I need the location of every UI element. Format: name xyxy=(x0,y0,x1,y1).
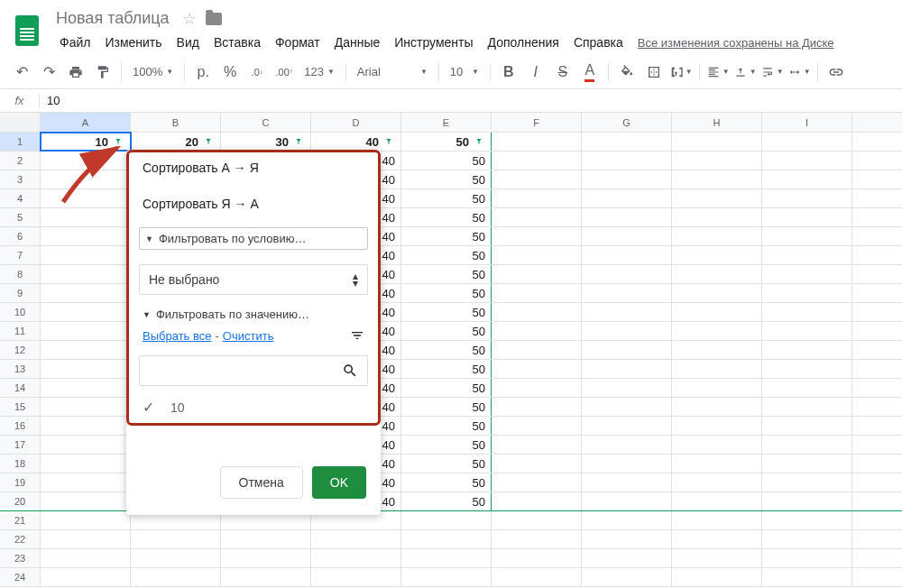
cell[interactable] xyxy=(672,208,762,226)
clear-link[interactable]: Очистить xyxy=(223,329,274,343)
cell[interactable] xyxy=(41,246,131,264)
cell[interactable] xyxy=(401,549,492,567)
filter-search[interactable] xyxy=(139,355,368,386)
cell[interactable] xyxy=(492,265,582,283)
cell[interactable] xyxy=(582,492,672,510)
rotate-icon[interactable]: ▼ xyxy=(787,60,812,85)
cell[interactable] xyxy=(672,455,762,473)
row-header[interactable]: 4 xyxy=(0,189,41,207)
cell[interactable] xyxy=(672,227,762,245)
cell[interactable] xyxy=(672,379,762,397)
cell[interactable] xyxy=(672,511,762,529)
text-color-icon[interactable]: A xyxy=(577,60,603,85)
col-header-a[interactable]: A xyxy=(41,113,131,132)
cell[interactable] xyxy=(41,360,131,378)
cell[interactable]: 30 xyxy=(221,133,311,151)
cell[interactable] xyxy=(311,568,401,586)
halign-icon[interactable]: ▼ xyxy=(705,60,731,85)
cell[interactable]: 50 xyxy=(401,492,492,510)
undo-icon[interactable]: ↶ xyxy=(9,60,34,85)
cell[interactable] xyxy=(41,170,131,188)
cell[interactable] xyxy=(41,549,131,567)
cell[interactable] xyxy=(582,568,672,586)
cell[interactable] xyxy=(762,170,852,188)
cell[interactable] xyxy=(762,341,852,359)
cell[interactable] xyxy=(582,189,672,207)
cell[interactable] xyxy=(41,227,131,245)
borders-icon[interactable] xyxy=(641,60,667,85)
print-icon[interactable] xyxy=(63,60,88,85)
cell[interactable]: 50 xyxy=(401,189,492,207)
cell[interactable] xyxy=(41,473,131,492)
cell[interactable] xyxy=(672,417,762,435)
cell[interactable] xyxy=(41,417,131,435)
cell[interactable]: 50 xyxy=(401,246,492,264)
cell[interactable] xyxy=(41,455,131,473)
cell[interactable]: 50 xyxy=(401,360,492,378)
cell[interactable] xyxy=(492,398,582,416)
zoom-select[interactable]: 100%▼ xyxy=(127,60,179,84)
cell[interactable] xyxy=(41,189,131,207)
cell[interactable] xyxy=(41,284,131,302)
cell[interactable] xyxy=(672,265,762,283)
cell[interactable] xyxy=(582,511,672,529)
cell[interactable] xyxy=(492,189,582,207)
cell[interactable] xyxy=(762,473,852,492)
col-header-h[interactable]: H xyxy=(672,113,762,132)
font-select[interactable]: Arial▼ xyxy=(352,60,433,84)
cell[interactable] xyxy=(762,436,852,454)
valign-icon[interactable]: ▼ xyxy=(732,60,758,85)
cell[interactable] xyxy=(762,360,852,378)
cell[interactable] xyxy=(582,549,672,567)
cell[interactable] xyxy=(492,303,582,321)
row-header[interactable]: 3 xyxy=(0,170,41,188)
cell[interactable] xyxy=(672,492,762,510)
cell[interactable] xyxy=(582,133,672,151)
cell[interactable] xyxy=(41,208,131,226)
cell[interactable] xyxy=(762,398,852,416)
cell[interactable] xyxy=(41,511,131,529)
row-header[interactable]: 1 xyxy=(0,133,41,151)
wrap-icon[interactable]: ▼ xyxy=(759,60,785,85)
row-header[interactable]: 16 xyxy=(0,417,41,435)
link-icon[interactable] xyxy=(824,60,849,85)
col-header-i[interactable]: I xyxy=(762,113,852,132)
cell[interactable] xyxy=(492,568,582,586)
row-header[interactable]: 11 xyxy=(0,322,41,340)
cell[interactable]: 50 xyxy=(401,473,492,492)
cell[interactable] xyxy=(582,170,672,188)
increase-decimal-icon[interactable]: .00↑ xyxy=(272,60,297,85)
percent-icon[interactable]: % xyxy=(217,60,243,85)
cell[interactable]: 50 xyxy=(401,303,492,321)
cell[interactable] xyxy=(582,284,672,302)
condition-dropdown[interactable]: Не выбрано ▴▾ xyxy=(139,264,368,295)
filter-by-condition-toggle[interactable]: ▼ Фильтровать по условию… xyxy=(139,227,368,250)
cell[interactable] xyxy=(492,473,582,492)
cell[interactable] xyxy=(582,436,672,454)
menu-tools[interactable]: Инструменты xyxy=(387,32,480,53)
number-format-select[interactable]: 123▼ xyxy=(299,60,340,84)
cell[interactable] xyxy=(672,152,762,170)
filter-icon[interactable] xyxy=(473,135,485,148)
menu-view[interactable]: Вид xyxy=(170,32,207,53)
cell[interactable]: 50 xyxy=(401,379,492,397)
menu-help[interactable]: Справка xyxy=(566,32,630,53)
col-header-b[interactable]: B xyxy=(131,113,221,132)
cell[interactable] xyxy=(672,189,762,207)
cell[interactable]: 20 xyxy=(131,133,221,151)
save-status[interactable]: Все изменения сохранены на Диске xyxy=(638,36,834,50)
cell[interactable] xyxy=(492,322,582,340)
cell[interactable] xyxy=(131,568,221,586)
paint-format-icon[interactable] xyxy=(90,60,115,85)
row-header[interactable]: 2 xyxy=(0,152,41,170)
cell[interactable] xyxy=(672,170,762,188)
menu-format[interactable]: Формат xyxy=(268,32,327,53)
fill-color-icon[interactable] xyxy=(614,60,640,85)
currency-icon[interactable]: р. xyxy=(190,60,216,85)
cell[interactable] xyxy=(672,246,762,264)
cell[interactable] xyxy=(762,549,852,567)
cell[interactable] xyxy=(492,455,582,473)
cell[interactable] xyxy=(41,265,131,283)
italic-icon[interactable]: I xyxy=(523,60,548,85)
sort-az[interactable]: Сортировать А → Я xyxy=(126,150,381,186)
